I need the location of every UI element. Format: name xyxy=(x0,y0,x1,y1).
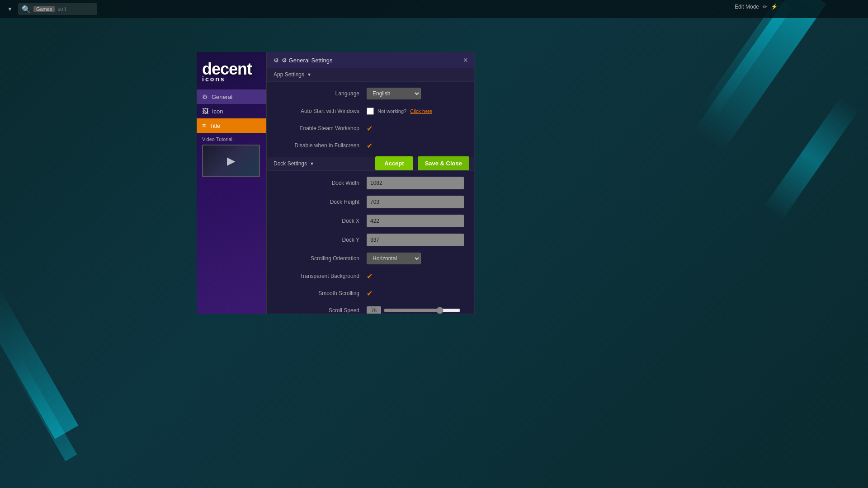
accept-button[interactable]: Accept xyxy=(375,156,413,170)
transparent-bg-row: Transparent Background ✔ xyxy=(267,267,474,285)
dock-y-control xyxy=(367,234,466,246)
language-label: Language xyxy=(275,90,367,97)
dock-height-input[interactable] xyxy=(367,196,464,208)
video-thumbnail[interactable]: ▶ xyxy=(202,145,260,177)
settings-titlebar: ⚙ ⚙ General Settings × xyxy=(267,52,474,68)
smooth-scrolling-control: ✔ xyxy=(367,289,466,298)
language-row: Language English Spanish French German xyxy=(267,84,474,103)
disable-fullscreen-control: ✔ xyxy=(367,141,466,150)
dock-width-control xyxy=(367,177,466,189)
dock-width-row: Dock Width xyxy=(267,174,474,192)
steam-workshop-checkmark[interactable]: ✔ xyxy=(367,124,373,133)
edit-icon[interactable]: ✏ xyxy=(763,4,767,10)
toolbar-arrow[interactable]: ▼ xyxy=(7,6,13,12)
dock-height-label: Dock Height xyxy=(275,199,367,205)
icon-nav-icon: 🖼 xyxy=(202,108,208,115)
app-settings-content: Language English Spanish French German A… xyxy=(267,82,474,157)
logo-area: decent icons xyxy=(197,52,266,89)
search-box: 🔍 Games xyxy=(18,3,97,15)
settings-icon[interactable]: ⚡ xyxy=(771,4,778,10)
scrolling-orientation-label: Scrolling Orientation xyxy=(275,255,367,262)
games-tag[interactable]: Games xyxy=(33,6,55,12)
gear-icon: ⚙ xyxy=(274,57,279,64)
video-thumb-inner: ▶ xyxy=(203,145,259,176)
dock-x-control xyxy=(367,215,466,227)
language-select[interactable]: English Spanish French German xyxy=(367,88,421,99)
edit-mode-label: Edit Mode xyxy=(735,4,759,10)
left-panel: decent icons ⚙ General 🖼 Icon ≡ Title Vi… xyxy=(197,52,267,314)
disable-fullscreen-checkmark[interactable]: ✔ xyxy=(367,141,373,150)
scroll-speed-slider[interactable] xyxy=(384,307,461,314)
sidebar-item-title[interactable]: ≡ Title xyxy=(197,118,266,133)
search-input[interactable] xyxy=(57,6,94,12)
scrolling-orientation-row: Scrolling Orientation Horizontal Vertica… xyxy=(267,249,474,267)
auto-start-control: Not working? Click here xyxy=(367,108,466,115)
dock-y-row: Dock Y xyxy=(267,230,474,249)
scroll-speed-control: 75 xyxy=(367,306,466,314)
dock-height-row: Dock Height xyxy=(267,192,474,211)
dock-settings-content: Dock Width Dock Height Dock X xyxy=(267,171,474,314)
title-icon: ≡ xyxy=(202,122,206,129)
dock-x-row: Dock X xyxy=(267,211,474,230)
sidebar-item-icon[interactable]: 🖼 Icon xyxy=(197,104,266,118)
sidebar-item-general[interactable]: ⚙ General xyxy=(197,89,266,104)
dock-width-input[interactable] xyxy=(367,177,464,189)
auto-start-label: Auto Start with Windows xyxy=(275,108,367,114)
scroll-speed-row: Scroll Speed 75 xyxy=(267,302,474,314)
auto-start-row: Auto Start with Windows Not working? Cli… xyxy=(267,103,474,120)
scroll-speed-value: 75 xyxy=(367,306,381,314)
settings-title-text: ⚙ General Settings xyxy=(282,57,332,64)
play-icon: ▶ xyxy=(227,155,235,167)
auto-start-checkbox[interactable] xyxy=(367,108,374,115)
smooth-scrolling-label: Smooth Scrolling xyxy=(275,290,367,296)
scrolling-orientation-select[interactable]: Horizontal Vertical xyxy=(367,253,421,264)
disable-fullscreen-row: Disable when in Fullscreen ✔ xyxy=(267,137,474,154)
top-toolbar: ▼ 🔍 Games Edit Mode ✏ ⚡ xyxy=(0,0,868,18)
logo-text: decent xyxy=(202,61,261,77)
dock-height-control xyxy=(367,196,466,208)
app-settings-chevron: ▾ xyxy=(308,71,311,78)
language-control: English Spanish French German xyxy=(367,88,466,99)
app-settings-label: App Settings xyxy=(274,71,304,78)
sidebar-item-label-title: Title xyxy=(209,122,220,129)
dock-y-label: Dock Y xyxy=(275,237,367,243)
dock-x-input[interactable] xyxy=(367,215,464,227)
dock-x-label: Dock X xyxy=(275,218,367,224)
steam-workshop-row: Enable Steam Workshop ✔ xyxy=(267,120,474,137)
settings-body: App Settings ▾ Language English Spanish … xyxy=(267,68,474,314)
transparent-bg-label: Transparent Background xyxy=(275,273,367,279)
dock-y-input[interactable] xyxy=(367,234,464,246)
edit-mode-bar: Edit Mode ✏ ⚡ xyxy=(735,4,778,10)
search-icon: 🔍 xyxy=(22,5,31,14)
save-close-button[interactable]: Save & Close xyxy=(418,156,469,170)
sidebar-item-label-icon: Icon xyxy=(212,108,223,115)
settings-title: ⚙ ⚙ General Settings xyxy=(274,57,332,64)
general-icon: ⚙ xyxy=(202,93,208,100)
slider-group: 75 xyxy=(367,306,461,314)
smooth-scrolling-checkmark[interactable]: ✔ xyxy=(367,289,373,298)
sidebar-item-label-general: General xyxy=(212,94,232,100)
scrolling-orientation-control: Horizontal Vertical xyxy=(367,253,466,264)
video-label: Video Tutorial: xyxy=(202,136,261,142)
steam-workshop-label: Enable Steam Workshop xyxy=(275,125,367,131)
close-button[interactable]: × xyxy=(463,56,468,64)
steam-workshop-control: ✔ xyxy=(367,124,466,133)
not-working-text: Not working? xyxy=(377,108,406,114)
video-section: Video Tutorial: ▶ xyxy=(197,133,266,181)
app-settings-header[interactable]: App Settings ▾ xyxy=(267,68,474,82)
transparent-bg-checkmark[interactable]: ✔ xyxy=(367,272,373,281)
dialog-footer: Accept Save & Close xyxy=(267,153,475,174)
transparent-bg-control: ✔ xyxy=(367,272,466,281)
scroll-speed-label: Scroll Speed xyxy=(275,307,367,314)
dock-width-label: Dock Width xyxy=(275,180,367,186)
settings-panel: ⚙ ⚙ General Settings × App Settings ▾ La… xyxy=(267,52,475,314)
disable-fullscreen-label: Disable when in Fullscreen xyxy=(275,142,367,149)
smooth-scrolling-row: Smooth Scrolling ✔ xyxy=(267,285,474,302)
click-here-link[interactable]: Click here xyxy=(410,108,432,114)
